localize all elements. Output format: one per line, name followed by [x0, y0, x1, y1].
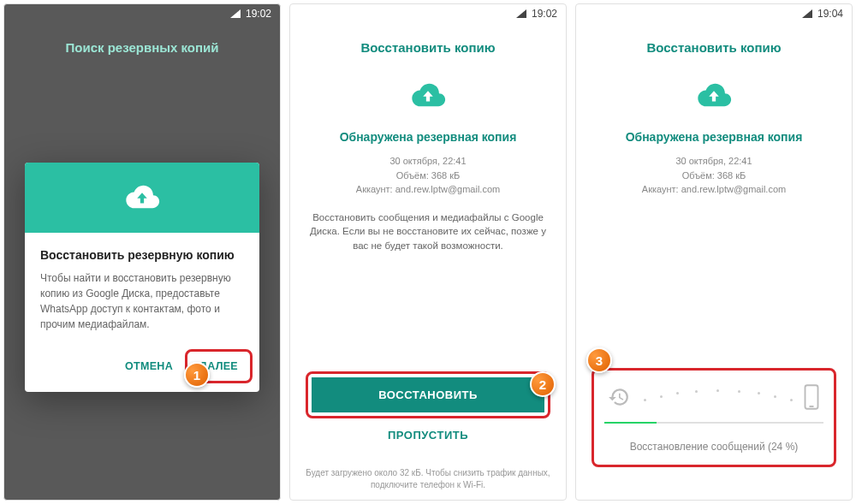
backup-date: 30 октября, 22:41	[389, 154, 466, 169]
content: Обнаружена резервная копия 30 октября, 2…	[290, 72, 566, 462]
screen-1-search-backup: 19:02 Поиск резервных копий Восстановить…	[3, 3, 281, 501]
backup-found-title: Обнаружена резервная копия	[340, 130, 517, 144]
history-icon	[608, 386, 630, 408]
backup-date: 30 октября, 22:41	[675, 154, 752, 169]
status-icons	[230, 9, 241, 18]
progress-section: Восстановление сообщений (24 %)	[591, 359, 836, 477]
transfer-graphic	[604, 377, 823, 422]
status-time: 19:04	[817, 8, 843, 20]
backup-size: Объём: 368 кБ	[396, 169, 461, 183]
step-badge-1: 1	[184, 362, 210, 388]
dialog-title: Восстановить резервную копию	[40, 248, 244, 262]
page-title: Восстановить копию	[576, 23, 852, 72]
cloud-upload-icon	[122, 182, 162, 213]
cloud-icon-wrap	[694, 80, 734, 115]
restore-button[interactable]: ВОССТАНОВИТЬ	[312, 377, 544, 412]
svg-rect-1	[810, 406, 814, 407]
restore-permission-dialog: Восстановить резервную копию Чтобы найти…	[25, 163, 259, 392]
signal-icon	[230, 9, 241, 18]
signal-icon	[516, 9, 526, 18]
status-time: 19:02	[246, 8, 271, 20]
highlight-box-2: ВОССТАНОВИТЬ	[306, 371, 550, 418]
status-bar: 19:04	[576, 4, 852, 23]
page-title: Восстановить копию	[290, 23, 566, 72]
dialog-text: Чтобы найти и восстановить резервную коп…	[40, 270, 244, 332]
cloud-upload-icon	[408, 80, 448, 111]
screen-3-restoring: 19:04 Восстановить копию Обнаружена резе…	[575, 3, 853, 501]
skip-button[interactable]: ПРОПУСТИТЬ	[306, 418, 550, 452]
dialog-body: Восстановить резервную копию Чтобы найти…	[25, 233, 259, 344]
bottom-actions: ВОССТАНОВИТЬ ПРОПУСТИТЬ	[306, 363, 550, 462]
page-title: Поиск резервных копий	[4, 23, 280, 72]
step-badge-3: 3	[586, 347, 612, 373]
cloud-upload-icon	[694, 80, 734, 111]
status-bar: 19:02	[290, 4, 566, 23]
highlight-box-3: Восстановление сообщений (24 %)	[591, 368, 836, 467]
progress-text: Восстановление сообщений (24 %)	[604, 441, 823, 458]
status-time: 19:02	[532, 8, 557, 20]
backup-found-title: Обнаружена резервная копия	[626, 130, 803, 144]
status-bar: 19:02	[4, 4, 280, 23]
phone-icon	[803, 384, 820, 410]
dialog-actions: ОТМЕНА ДАЛЕЕ	[25, 344, 259, 392]
status-icons	[516, 9, 526, 18]
content: Обнаружена резервная копия 30 октября, 2…	[576, 72, 852, 477]
signal-icon	[802, 9, 812, 18]
transfer-dots	[635, 387, 798, 407]
backup-account: Аккаунт: and.rew.lptw@gmail.com	[642, 182, 786, 197]
screen-2-backup-found: 19:02 Восстановить копию Обнаружена резе…	[289, 3, 567, 501]
restore-description: Восстановить сообщения и медиафайлы с Go…	[306, 210, 550, 253]
step-badge-2: 2	[530, 371, 556, 397]
dialog-header	[25, 163, 259, 233]
svg-rect-0	[805, 385, 818, 409]
status-icons	[802, 9, 812, 18]
backup-size: Объём: 368 кБ	[682, 169, 746, 183]
progress-bar	[604, 422, 823, 424]
progress-fill	[604, 422, 657, 424]
footer-note: Будет загружено около 32 кБ. Чтобы снизи…	[290, 462, 566, 500]
cancel-button[interactable]: ОТМЕНА	[115, 349, 183, 383]
cloud-icon-wrap	[408, 80, 448, 115]
backup-account: Аккаунт: and.rew.lptw@gmail.com	[356, 182, 500, 197]
